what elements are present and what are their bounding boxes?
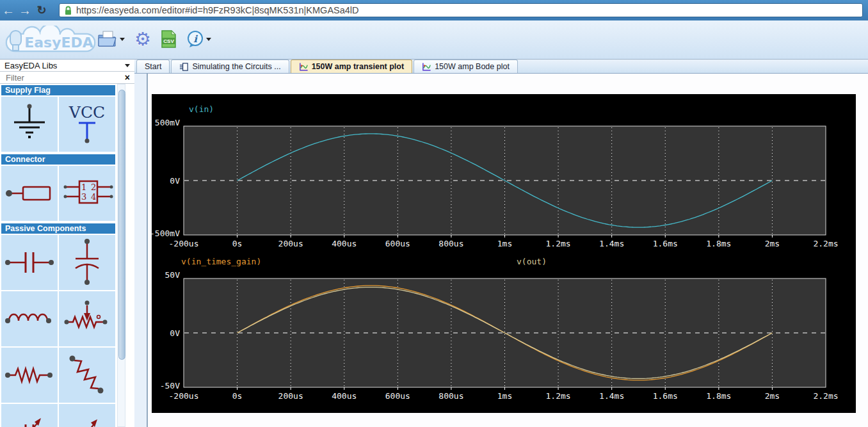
y-tick-label: -500mV xyxy=(152,229,180,238)
open-menu-caret-icon xyxy=(120,38,125,41)
library-source-select[interactable]: EasyEDA Libs xyxy=(0,60,134,72)
filter-clear-icon[interactable]: × xyxy=(125,72,130,83)
supply-flag-grid: VCC xyxy=(0,95,117,153)
tab-label: 150W amp transient plot xyxy=(312,62,404,71)
x-tick-label: 200us xyxy=(278,239,303,248)
waveform-chart-icon xyxy=(422,62,431,72)
component-header-4pin[interactable]: 1 2 3 4 xyxy=(59,166,115,221)
trimmer-resistor-symbol-icon xyxy=(59,404,115,427)
potentiometer-symbol-icon xyxy=(59,291,115,346)
legend-v(in): v(in) xyxy=(189,104,214,114)
sidebar-scrollbar-thumb[interactable] xyxy=(118,90,125,360)
x-tick-label: 600us xyxy=(385,391,410,401)
tab-150w-amp-transient-plot[interactable]: 150W amp transient plot xyxy=(291,60,412,73)
info-icon: i xyxy=(186,30,204,48)
transient-plots-svg: -200us0s200us400us600us800us1ms1.2ms1.4m… xyxy=(152,94,856,413)
section-header-passive-components[interactable]: Passive Components xyxy=(1,223,115,234)
easyeda-editor-window: ← → ↻ https://easyeda.com/editor#id=h9Fz… xyxy=(0,0,868,427)
passive-components-grid xyxy=(0,234,117,427)
legend-v(out): v(out) xyxy=(517,257,547,266)
tab-label: Simulating the Circuits ... xyxy=(192,62,280,71)
url-text: https://easyeda.com/editor#id=h9FzR93kC|… xyxy=(76,5,359,15)
component-resistor-diagonal[interactable] xyxy=(59,348,115,403)
sidebar-scrollbar[interactable] xyxy=(117,84,125,427)
vcc-symbol-icon: VCC xyxy=(59,97,115,152)
help-info-button[interactable]: i xyxy=(186,30,211,48)
x-tick-label: 1ms xyxy=(497,239,512,248)
open-document-button[interactable] xyxy=(97,30,125,48)
component-library-list: Supply Flag VCC xyxy=(0,84,117,427)
inductor-symbol-icon xyxy=(1,291,58,346)
header-4pin-symbol-icon: 1 2 3 4 xyxy=(59,166,115,221)
y-tick-label: -50V xyxy=(160,381,180,391)
x-tick-label: 2ms xyxy=(765,239,780,248)
y-tick-label: 500mV xyxy=(155,118,180,127)
settings-button[interactable]: ⚙ xyxy=(134,29,151,49)
x-tick-label: 600us xyxy=(385,239,410,248)
document-tabbar: Start Simulating the Circuits ... 150W a… xyxy=(134,60,868,74)
tab-simulating-the-circuits[interactable]: Simulating the Circuits ... xyxy=(171,60,289,73)
filter-input[interactable] xyxy=(4,72,122,83)
component-inductor[interactable] xyxy=(1,291,58,346)
easyeda-logo[interactable]: EasyEDA xyxy=(4,26,97,55)
svg-text:VCC: VCC xyxy=(68,103,105,122)
logo-text: EasyEDA xyxy=(24,35,93,51)
resistor-symbol-icon xyxy=(1,348,58,403)
tab-label: 150W amp Bode plot xyxy=(435,62,510,71)
x-tick-label: 0s xyxy=(232,391,243,401)
tab-label: Start xyxy=(145,62,161,71)
x-tick-label: 800us xyxy=(438,391,463,401)
export-csv-button[interactable]: CSV xyxy=(161,29,177,49)
resistor-diagonal-symbol-icon xyxy=(59,348,115,403)
x-tick-label: 2.2ms xyxy=(813,391,838,401)
ground-symbol-icon xyxy=(1,97,58,152)
svg-text:1: 1 xyxy=(81,182,86,192)
x-tick-label: -200us xyxy=(169,239,199,248)
select-caret-icon xyxy=(125,64,130,67)
address-bar[interactable]: https://easyeda.com/editor#id=h9FzR93kC|… xyxy=(59,3,863,17)
trimmer-capacitor-symbol-icon xyxy=(1,404,58,427)
help-menu-caret-icon xyxy=(206,38,211,41)
x-tick-label: 200us xyxy=(278,391,303,401)
x-tick-label: -200us xyxy=(169,391,199,401)
browser-reload-icon[interactable]: ↻ xyxy=(33,3,50,17)
component-potentiometer[interactable] xyxy=(59,291,115,346)
https-lock-icon xyxy=(65,6,72,15)
library-source-value: EasyEDA Libs xyxy=(4,61,57,70)
component-vcc[interactable]: VCC xyxy=(59,97,115,152)
library-sidebar: EasyEDA Libs × Supply Flag xyxy=(0,60,134,427)
x-tick-label: 0s xyxy=(232,239,243,248)
tab-150w-amp-bode-plot[interactable]: 150W amp Bode plot xyxy=(414,60,518,73)
component-trimmer-capacitor[interactable] xyxy=(1,404,58,427)
component-resistor[interactable] xyxy=(1,348,58,403)
svg-text:CSV: CSV xyxy=(163,38,174,44)
gear-icon: ⚙ xyxy=(134,29,151,49)
x-tick-label: 1.8ms xyxy=(706,391,731,401)
waveform-chart-icon xyxy=(299,62,309,72)
folder-icon xyxy=(97,30,118,48)
svg-text:3: 3 xyxy=(81,192,86,202)
browser-forward-icon[interactable]: → xyxy=(17,0,33,20)
schematic-doc-icon xyxy=(179,62,189,72)
x-tick-label: 1.4ms xyxy=(599,391,624,401)
tab-start[interactable]: Start xyxy=(136,60,170,73)
svg-text:4: 4 xyxy=(91,192,96,202)
sidebar-divider[interactable] xyxy=(147,74,148,427)
y-tick-label: 0V xyxy=(170,328,180,338)
x-tick-label: 1.4ms xyxy=(599,239,624,248)
component-trimmer-resistor[interactable] xyxy=(59,404,115,427)
x-tick-label: 400us xyxy=(332,239,357,248)
component-capacitor[interactable] xyxy=(1,235,58,290)
editor-canvas: -200us0s200us400us600us800us1ms1.2ms1.4m… xyxy=(134,74,868,427)
section-header-supply-flag[interactable]: Supply Flag xyxy=(1,85,115,95)
component-polarized-capacitor[interactable] xyxy=(59,235,115,290)
x-tick-label: 2.2ms xyxy=(813,239,838,248)
single-pin-symbol-icon xyxy=(1,166,58,221)
component-ground[interactable] xyxy=(1,97,58,152)
x-tick-label: 1.2ms xyxy=(546,239,571,248)
component-single-pin[interactable] xyxy=(1,166,58,221)
x-tick-label: 1.6ms xyxy=(653,239,678,248)
browser-back-icon[interactable]: ← xyxy=(0,0,17,20)
section-header-connector[interactable]: Connector xyxy=(1,154,115,165)
legend-v(in_times_gain): v(in_times_gain) xyxy=(181,257,261,266)
